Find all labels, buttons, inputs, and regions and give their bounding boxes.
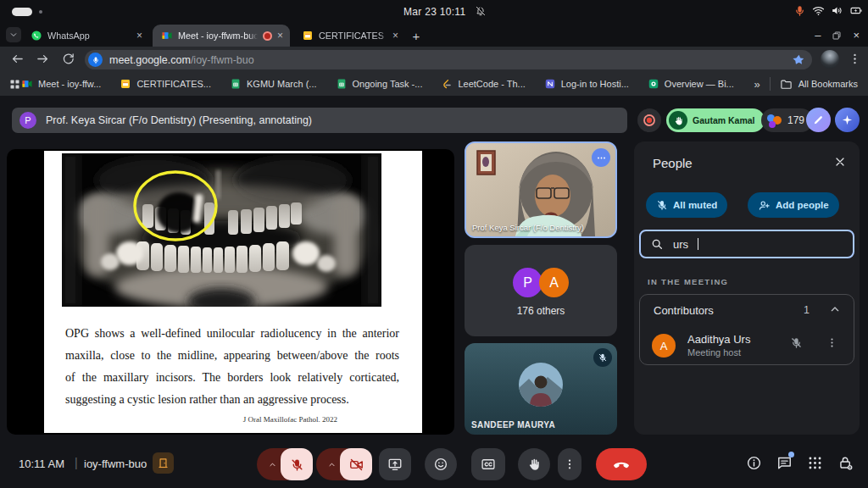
recording-indicator[interactable]: [637, 108, 661, 132]
meeting-details-icon[interactable]: [746, 455, 762, 471]
group-count: 1: [804, 304, 810, 316]
others-count-label: 176 others: [465, 305, 617, 317]
meeting-code: ioy-ffwm-buo: [84, 458, 147, 470]
workspace-dot[interactable]: [39, 10, 42, 14]
apps-grid-icon[interactable]: [8, 78, 21, 91]
presentation-stage[interactable]: OPG shows a well-defined unilocular radi…: [7, 149, 454, 435]
tile-options-button[interactable]: [592, 148, 610, 167]
presenter-banner-text: Prof. Keya Sircar (F/o Dentistry) (Prese…: [46, 114, 312, 126]
collapse-chevron-icon[interactable]: [828, 302, 842, 316]
volume-icon[interactable]: [831, 4, 843, 17]
profile-avatar[interactable]: [821, 50, 839, 69]
tab-close-icon[interactable]: ×: [136, 30, 142, 41]
wifi-icon[interactable]: [812, 4, 825, 17]
browser-menu-icon[interactable]: [848, 52, 862, 66]
meeting-time: 10:11 AM: [19, 458, 64, 470]
chat-notification-dot: [788, 452, 794, 458]
whatsapp-icon: [31, 30, 42, 42]
slide-citation: J Oral Maxillofac Pathol. 2022: [44, 415, 337, 424]
bookmark-leetcode[interactable]: LeetCode - Th...: [441, 78, 525, 90]
hand-raised-pill[interactable]: Gautam Kamal: [666, 108, 765, 132]
meet-icon: [21, 78, 33, 90]
pptx-icon: [302, 30, 314, 42]
activities-icon[interactable]: [807, 455, 823, 471]
address-bar[interactable]: meet.google.com/ioy-ffwm-buo: [85, 50, 812, 69]
tab-mic-in-use-icon[interactable]: [88, 53, 103, 67]
tab-close-icon[interactable]: ×: [277, 30, 283, 41]
meet-page: P Prof. Keya Sircar (F/o Dentistry) (Pre…: [0, 96, 868, 488]
browser-toolbar: meet.google.com/ioy-ffwm-buo: [0, 47, 868, 72]
present-button[interactable]: [379, 448, 411, 480]
tile-label: SANDEEP MAURYA: [471, 420, 555, 430]
participant-count[interactable]: 179: [761, 108, 813, 132]
overview-icon: [648, 78, 659, 90]
reactions-button[interactable]: [425, 448, 457, 480]
presenter-avatar: P: [19, 112, 36, 129]
back-button[interactable]: [10, 52, 25, 66]
divider: |: [75, 456, 78, 469]
camera-off-button[interactable]: [340, 448, 372, 480]
host-controls-icon[interactable]: [837, 455, 854, 471]
member-options-icon[interactable]: [826, 336, 838, 349]
system-clock[interactable]: Mar 23 10:11: [403, 6, 465, 18]
tile-label: Prof Keya Sircar (F/o Dentistry): [472, 223, 584, 232]
reload-button[interactable]: [61, 52, 75, 66]
participant-avatar: [519, 363, 563, 407]
bookmark-kgmu[interactable]: KGMU March (...: [230, 78, 317, 90]
muted-mic-icon: [593, 348, 612, 367]
search-value: urs: [673, 238, 688, 251]
video-tile-presenter[interactable]: Prof Keya Sircar (F/o Dentistry): [465, 141, 617, 238]
member-muted-mic-icon[interactable]: [790, 336, 803, 349]
bookmark-meet[interactable]: Meet - ioy-ffw...: [21, 78, 101, 90]
people-panel: People All muted Add people urs IN THE M…: [634, 141, 860, 435]
video-tile-sandeep[interactable]: SANDEEP MAURYA: [465, 343, 617, 435]
tab-close-icon[interactable]: ×: [392, 30, 398, 41]
end-call-button[interactable]: [596, 448, 647, 480]
tab-recording-indicator: [263, 31, 272, 41]
mute-all-button[interactable]: All muted: [646, 192, 727, 218]
sheets-icon: [336, 78, 348, 90]
microphone-active-icon: [793, 4, 806, 17]
avatar-a: A: [539, 268, 569, 297]
video-tile-others[interactable]: P A 176 others: [465, 245, 617, 336]
slides-icon: [120, 78, 131, 90]
close-button[interactable]: ×: [853, 29, 860, 42]
folder-icon: [780, 78, 793, 91]
battery-icon[interactable]: [849, 4, 863, 17]
mic-muted-button[interactable]: [281, 448, 313, 480]
bookmark-hosting[interactable]: Log-in to Hosti...: [544, 78, 629, 90]
bookmark-ongoing-task[interactable]: Ongoing Task -...: [336, 78, 423, 90]
minimize-button[interactable]: –: [815, 29, 821, 42]
workspace-indicator[interactable]: [12, 8, 32, 16]
forward-button[interactable]: [36, 52, 50, 66]
close-panel-icon[interactable]: [833, 155, 847, 169]
bookmarks-overflow-icon[interactable]: »: [754, 78, 760, 91]
tab-whatsapp[interactable]: WhatsApp ×: [22, 25, 149, 47]
door-icon[interactable]: [153, 452, 174, 474]
all-bookmarks-button[interactable]: All Bookmarks: [780, 78, 858, 91]
tab-certificates[interactable]: CERTIFICATES PPT..pptx ×: [293, 25, 405, 47]
search-people-input[interactable]: urs: [639, 230, 854, 258]
bookmark-certificates[interactable]: CERTIFICATES...: [120, 78, 211, 90]
contributors-card: Contributors 1 A Aadithya Urs Meeting ho…: [639, 294, 854, 365]
group-label: Contributors: [654, 304, 714, 317]
more-options-button[interactable]: [558, 448, 581, 480]
add-people-button[interactable]: Add people: [748, 192, 839, 218]
annotation-pencil-button[interactable]: [806, 108, 831, 132]
tab-meet[interactable]: Meet - ioy-ffwm-buo ×: [153, 25, 290, 47]
leetcode-icon: [441, 78, 453, 90]
url-text: meet.google.com/ioy-ffwm-buo: [109, 54, 254, 66]
restore-button[interactable]: [832, 30, 842, 41]
presenter-banner: P Prof. Keya Sircar (F/o Dentistry) (Pre…: [12, 108, 627, 133]
divider: [770, 77, 771, 91]
gemini-sparkle-button[interactable]: [835, 108, 860, 132]
tab-strip: WhatsApp × Meet - ioy-ffwm-buo × CERTIFI…: [0, 23, 868, 47]
new-tab-button[interactable]: +: [409, 28, 424, 43]
notifications-muted-icon: [475, 5, 487, 17]
bookmark-star-icon[interactable]: [793, 53, 805, 66]
tab-search-button[interactable]: [6, 27, 21, 42]
member-avatar: A: [652, 334, 676, 358]
bookmark-overview[interactable]: Overview — Bi...: [648, 78, 734, 90]
raise-hand-button[interactable]: [518, 448, 550, 480]
captions-button[interactable]: [471, 448, 505, 480]
